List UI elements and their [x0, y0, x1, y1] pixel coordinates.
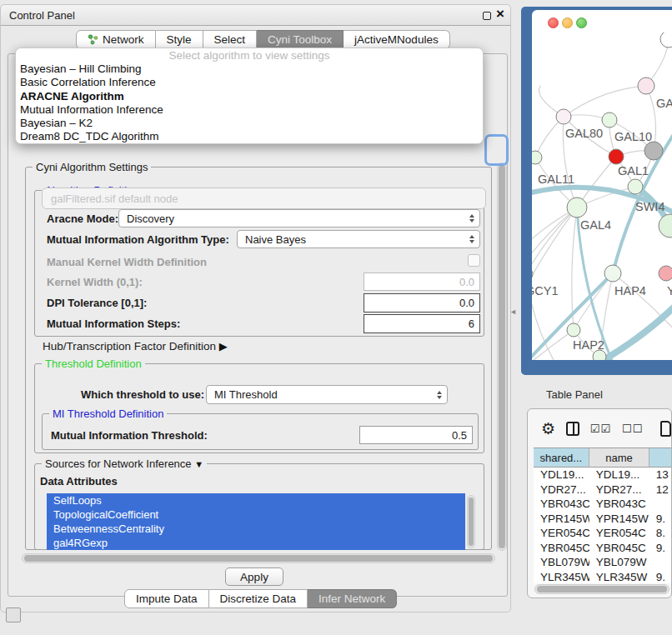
tab-label: jActiveMNodules [354, 33, 439, 46]
table-horizontal-scrollbar-thumb[interactable] [537, 586, 667, 592]
select-all-icon[interactable]: ☑☑ [590, 422, 611, 435]
aracne-mode-combo[interactable]: Discovery [118, 209, 480, 228]
table-cell: YBR045C [534, 541, 589, 556]
table-cell: YDR27... [589, 482, 649, 498]
table-row[interactable]: YDL19...YDL19...13 [534, 468, 672, 482]
mi-threshold-field[interactable]: 0.5 [359, 426, 473, 444]
mi-type-combo[interactable]: Naive Bayes [237, 230, 480, 248]
pane-divider-handle[interactable]: ◄ [509, 308, 517, 316]
network-node-hap2[interactable] [567, 323, 580, 337]
tab-label: Impute Data [136, 592, 198, 605]
table-row[interactable]: YDR27...YDR27...12 [534, 482, 672, 498]
algorithm-dropdown-items: Bayesian – Hill ClimbingBasic Correlatio… [16, 62, 483, 144]
table-column-header[interactable]: name [589, 448, 649, 467]
network-node-hap4[interactable] [604, 265, 621, 282]
network-node-label: GAL4 [580, 218, 611, 232]
dropdown-item[interactable]: Dream8 DC_TDC Algorithm [16, 130, 483, 143]
data-attribute-item[interactable]: SelfLoops [47, 493, 465, 508]
close-icon[interactable]: × [496, 6, 504, 22]
bottom-tab-discretize-data[interactable]: Discretize Data [209, 589, 308, 608]
table-row[interactable]: YER054CYER054C8. [534, 526, 672, 541]
network-edge [564, 86, 646, 117]
bottom-tab-impute-data[interactable]: Impute Data [124, 589, 209, 608]
table-row[interactable]: YLR345WYLR345W9. [534, 570, 672, 584]
tab-network[interactable]: Network [76, 30, 156, 49]
network-canvas[interactable]: GALGAL80GAL10GAL1GAL11SWI4GAL4GCY1HAP4YH… [532, 32, 672, 360]
expanded-arrow-icon[interactable]: ▼ [194, 459, 203, 469]
network-node-gal80[interactable] [556, 109, 571, 124]
dropdown-item[interactable]: Basic Correlation Inference [16, 76, 483, 89]
network-node-gal1[interactable] [609, 149, 624, 164]
table-column-header[interactable] [649, 448, 672, 467]
bottom-tab-infer-network[interactable]: Infer Network [308, 589, 397, 608]
network-node-label: GCY1 [532, 284, 559, 298]
network-node-top[interactable] [660, 32, 672, 48]
algorithm-dropdown-placeholder: Select algorithm to view settings [16, 48, 483, 62]
network-node-gray[interactable] [644, 142, 663, 160]
table-header-row: shared...name [534, 448, 672, 468]
tab-label: Select [214, 33, 246, 46]
tab-cyni-toolbox[interactable]: Cyni Toolbox [257, 30, 344, 49]
network-node-gal10[interactable] [602, 112, 617, 128]
kernel-width-field[interactable]: 0.0 [364, 272, 480, 291]
gear-icon[interactable]: ⚙ [541, 419, 555, 438]
network-node-gcy1[interactable] [532, 268, 533, 281]
table-cell: YDR27... [534, 482, 589, 498]
zoom-traffic-light-icon[interactable] [576, 18, 587, 28]
table-row[interactable]: YBL079WYBL079W [534, 555, 672, 570]
minimize-traffic-light-icon[interactable] [562, 18, 573, 28]
table-cell [649, 497, 672, 512]
dropdown-item[interactable]: Bayesian – K2 [16, 117, 483, 130]
table-cell: YBL079W [534, 555, 589, 570]
close-traffic-light-icon[interactable] [548, 18, 559, 28]
network-node-label: GAL [656, 97, 672, 110]
split-view-icon[interactable] [566, 422, 579, 436]
table-column-header[interactable]: shared... [534, 448, 589, 467]
kernel-width-label: Kernel Width (0,1): [47, 276, 143, 288]
table-row[interactable]: YBR045CYBR045C9. [534, 541, 672, 556]
float-window-icon[interactable] [483, 12, 491, 20]
tab-jactivemnodules[interactable]: jActiveMNodules [344, 30, 450, 49]
network-node-label: GAL1 [618, 164, 649, 178]
network-node-galx[interactable] [638, 78, 654, 94]
dropdown-item[interactable]: Mutual Information Inference [16, 103, 483, 117]
dropdown-item[interactable]: Bayesian – Hill Climbing [16, 62, 483, 76]
table-cell: YLR345W [589, 570, 649, 584]
dpi-tolerance-field[interactable]: 0.0 [364, 293, 480, 312]
mi-threshold-group: MI Threshold Definition Mutual Informati… [42, 413, 479, 450]
apply-button[interactable]: Apply [225, 568, 283, 586]
algorithm-definition-group: Algorithm Definition Aracne Mode: Discov… [34, 190, 484, 337]
dropdown-item[interactable]: ARACNE Algorithm [16, 90, 483, 103]
settings-vertical-scrollbar-thumb[interactable] [499, 165, 505, 548]
which-threshold-combo[interactable]: MI Threshold [206, 385, 448, 404]
network-node-swi4[interactable] [628, 179, 643, 194]
tab-select[interactable]: Select [203, 30, 258, 49]
settings-horizontal-scrollbar-thumb[interactable] [24, 555, 493, 562]
network-node-gal11[interactable] [532, 151, 542, 164]
document-icon[interactable] [660, 421, 671, 437]
data-attribute-item[interactable]: gal4RGexp [47, 536, 465, 550]
table-cell: YER054C [534, 526, 589, 541]
network-node-pinkr[interactable] [659, 266, 672, 281]
cyni-settings-title: Cyni Algorithm Settings [33, 161, 151, 173]
sources-group: Sources for Network Inference ▼ Data Att… [34, 463, 484, 550]
network-node-bigr[interactable] [659, 214, 672, 238]
tab-style[interactable]: Style [156, 30, 203, 49]
manual-kernel-checkbox[interactable] [468, 254, 480, 267]
data-table-combo[interactable]: galFiltered.sif default node [42, 188, 486, 209]
table-cell: 9. [649, 570, 672, 584]
spinner-arrows-icon [432, 391, 447, 399]
table-row[interactable]: YBR043CYBR043C [534, 497, 672, 512]
data-attribute-item[interactable]: TopologicalCoefficient [47, 508, 465, 522]
data-attribute-item[interactable]: BetweennessCentrality [47, 522, 465, 536]
tab-label: Cyni Toolbox [268, 33, 332, 46]
hub-definition-expander[interactable]: Hub/Transcription Factor Definition ▶ [43, 340, 228, 352]
network-node-gal4[interactable] [567, 198, 587, 218]
settings-horizontal-scrollbar [22, 553, 495, 563]
table-row[interactable]: YPR145WYPR145W9. [534, 512, 672, 527]
sources-title-text: Sources for Network Inference [45, 458, 192, 470]
deselect-all-icon[interactable]: ☐☐ [622, 422, 643, 435]
minimized-panel-icon[interactable] [6, 608, 21, 622]
mi-steps-field[interactable]: 6 [364, 314, 480, 333]
attribute-list-scrollbar-thumb[interactable] [469, 498, 474, 546]
